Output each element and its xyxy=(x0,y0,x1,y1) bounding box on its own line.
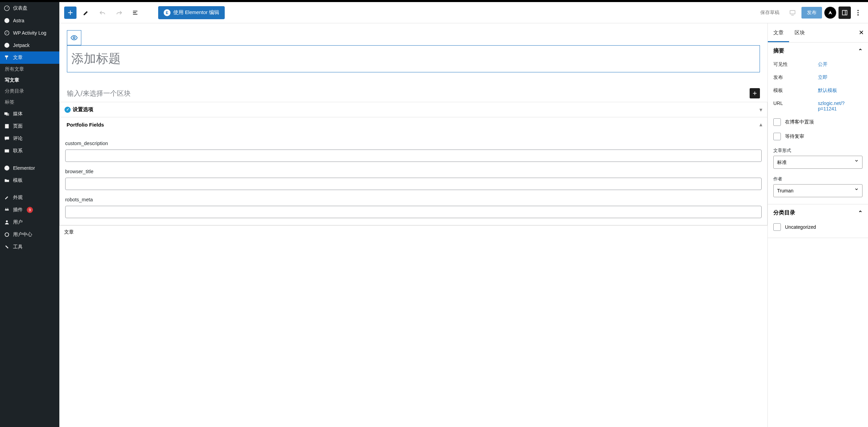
chevron-up-icon: ⌃ xyxy=(858,210,863,216)
settings-panel-toggle[interactable] xyxy=(838,7,851,19)
tab-post[interactable]: 文章 xyxy=(768,23,789,42)
visibility-icon-box[interactable] xyxy=(67,30,81,45)
category-uncategorized-checkbox[interactable] xyxy=(773,223,781,231)
portfolio-fields-panel-header[interactable]: Portfolio Fields ▴ xyxy=(60,117,767,132)
sidebar-item-astra[interactable]: Astra xyxy=(0,14,59,27)
page-icon xyxy=(3,123,10,130)
sidebar-item-pages[interactable]: 页面 xyxy=(0,120,59,132)
post-format-select[interactable]: 标准 xyxy=(773,156,863,169)
pending-review-checkbox[interactable] xyxy=(773,133,781,140)
svg-rect-7 xyxy=(5,150,9,153)
folder-icon xyxy=(3,177,10,184)
sidebar-label: 工具 xyxy=(13,244,23,250)
title-placeholder: 添加标题 xyxy=(67,46,760,72)
sidebar-subitem-tags[interactable]: 标签 xyxy=(0,97,59,108)
sticky-checkbox[interactable] xyxy=(773,118,781,126)
tab-block[interactable]: 区块 xyxy=(789,23,810,42)
sidebar-item-user-center[interactable]: 用户中心 xyxy=(0,228,59,241)
plugin-icon xyxy=(3,206,10,213)
panel-title: Portfolio Fields xyxy=(67,122,104,128)
svg-rect-12 xyxy=(842,10,847,15)
edit-mode-button[interactable] xyxy=(79,7,93,19)
sidebar-label: 模板 xyxy=(13,177,23,183)
svg-point-8 xyxy=(4,166,9,170)
svg-point-1 xyxy=(4,18,9,23)
category-section-header[interactable]: 分类目录 ⌃ xyxy=(773,209,863,216)
visibility-label: 可见性 xyxy=(773,61,818,68)
elementor-edit-button[interactable]: E 使用 Elementor 编辑 xyxy=(158,6,225,19)
summary-section-header[interactable]: 摘要 ⌃ xyxy=(773,47,863,55)
robots-meta-input[interactable] xyxy=(65,206,762,218)
brush-icon xyxy=(3,194,10,201)
url-value[interactable]: szlogic.net/?p=11241 xyxy=(818,100,863,111)
outline-button[interactable] xyxy=(129,7,142,19)
sidebar-item-tools[interactable]: 工具 xyxy=(0,241,59,253)
chevron-up-icon: ▴ xyxy=(760,121,762,128)
sidebar-item-plugins[interactable]: 插件9 xyxy=(0,204,59,216)
visibility-value[interactable]: 公开 xyxy=(818,61,863,68)
more-options-button[interactable] xyxy=(853,9,863,16)
publish-value[interactable]: 立即 xyxy=(818,74,863,81)
sidebar-label: 插件 xyxy=(13,207,23,213)
sidebar-item-activity-log[interactable]: WP Activity Log xyxy=(0,27,59,39)
svg-rect-6 xyxy=(5,124,9,129)
close-settings-button[interactable]: ✕ xyxy=(859,29,864,36)
astra-settings-button[interactable] xyxy=(824,7,836,19)
chevron-up-icon: ⌃ xyxy=(858,48,863,54)
sidebar-label: 用户中心 xyxy=(13,232,32,238)
author-select[interactable]: Truman xyxy=(773,184,863,197)
sidebar-subitem-categories[interactable]: 分类目录 xyxy=(0,86,59,97)
inline-add-block-button[interactable] xyxy=(750,88,760,98)
sidebar-label: 用户 xyxy=(13,219,23,225)
field-label: custom_description xyxy=(65,141,762,146)
sidebar-label: 媒体 xyxy=(13,111,23,117)
browser-title-input[interactable] xyxy=(65,178,762,190)
sidebar-label: Astra xyxy=(13,18,24,23)
undo-button[interactable] xyxy=(96,7,109,19)
mini-tab-post[interactable]: 文章 xyxy=(64,229,74,235)
sidebar-item-media[interactable]: 媒体 xyxy=(0,108,59,120)
sidebar-item-comments[interactable]: 评论 xyxy=(0,132,59,145)
sidebar-label: 外观 xyxy=(13,194,23,201)
save-draft-button[interactable]: 保存草稿 xyxy=(756,7,784,19)
settings-sidebar: 文章 区块 ✕ 摘要 ⌃ 可见性公开 发布立即 模板默认模板 URLszlogi… xyxy=(767,23,868,427)
sidebar-subitem-new-post[interactable]: 写文章 xyxy=(0,75,59,86)
check-badge-icon: ✓ xyxy=(64,107,71,113)
template-value[interactable]: 默认模板 xyxy=(818,87,863,94)
svg-point-9 xyxy=(6,221,8,222)
post-title-input[interactable]: 添加标题 xyxy=(67,45,760,72)
field-label: robots_meta xyxy=(65,197,762,202)
preview-button[interactable] xyxy=(786,7,799,19)
author-label: 作者 xyxy=(773,176,863,182)
editor-toolbar: E 使用 Elementor 编辑 保存草稿 发布 xyxy=(59,2,868,23)
sidebar-item-appearance[interactable]: 外观 xyxy=(0,191,59,204)
sidebar-label: WP Activity Log xyxy=(13,30,46,36)
sidebar-subitem-all-posts[interactable]: 所有文章 xyxy=(0,64,59,75)
add-block-button[interactable] xyxy=(64,7,77,19)
sidebar-label: 评论 xyxy=(13,135,23,142)
sidebar-item-jetpack[interactable]: Jetpack xyxy=(0,39,59,51)
sidebar-item-posts[interactable]: 文章 xyxy=(0,51,59,64)
gear-icon xyxy=(3,231,10,238)
sidebar-item-templates[interactable]: 模板 xyxy=(0,174,59,187)
astra-icon xyxy=(3,17,10,24)
sidebar-label: Elementor xyxy=(13,165,35,171)
redo-button[interactable] xyxy=(112,7,126,19)
sidebar-item-dashboard[interactable]: 仪表盘 xyxy=(0,2,59,14)
svg-point-14 xyxy=(857,10,859,11)
sidebar-item-contact[interactable]: 联系 xyxy=(0,145,59,157)
block-placeholder[interactable]: 输入/来选择一个区块 xyxy=(67,89,131,98)
sidebar-label: 文章 xyxy=(13,55,23,61)
elementor-logo-icon: E xyxy=(164,9,171,16)
sidebar-item-users[interactable]: 用户 xyxy=(0,216,59,228)
wrench-icon xyxy=(3,244,10,250)
sidebar-item-elementor[interactable]: Elementor xyxy=(0,162,59,174)
panel-title: 设置选项 xyxy=(73,106,93,113)
comment-icon xyxy=(3,135,10,142)
chevron-down-icon: ▾ xyxy=(760,107,762,113)
summary-heading: 摘要 xyxy=(773,47,784,55)
settings-options-panel-header[interactable]: ✓设置选项 ▾ xyxy=(60,102,767,117)
custom-description-input[interactable] xyxy=(65,150,762,162)
publish-button[interactable]: 发布 xyxy=(801,7,822,19)
field-label: browser_title xyxy=(65,169,762,174)
